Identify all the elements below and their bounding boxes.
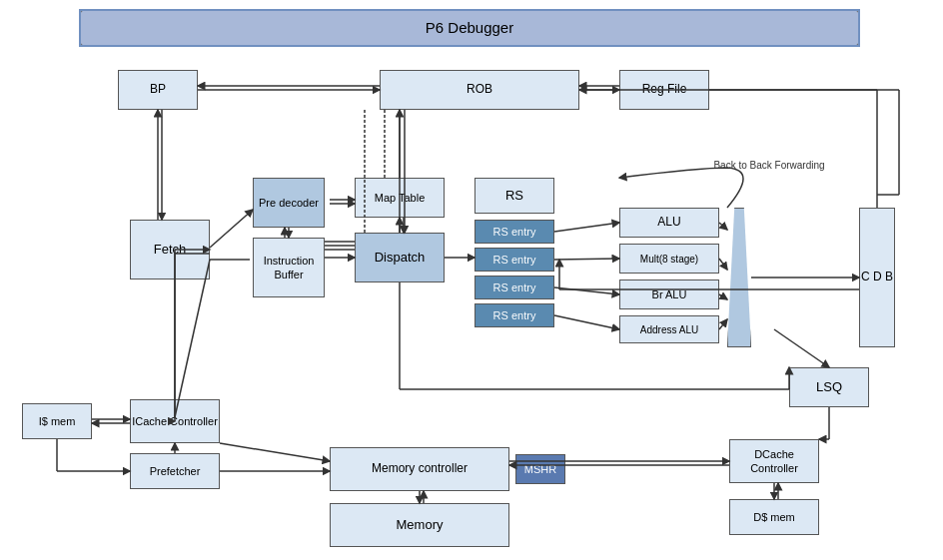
mult-block: Mult(8 stage) xyxy=(619,244,719,274)
svg-line-22 xyxy=(719,259,727,270)
rs-entry-1: RS entry xyxy=(474,220,554,244)
svg-line-23 xyxy=(719,294,727,299)
back-to-back-label: Back to Back Forwarding xyxy=(679,160,859,171)
svg-line-37 xyxy=(175,260,210,417)
mshr-block: MSHR xyxy=(515,454,565,484)
svg-line-8 xyxy=(210,210,253,248)
rs-entry-3: RS entry xyxy=(474,276,554,299)
pre-decoder-block: Pre decoder xyxy=(253,178,325,228)
svg-line-18 xyxy=(554,259,619,260)
icache-controller-block: ICache Controller xyxy=(130,399,220,443)
map-table-block: Map Table xyxy=(355,178,445,218)
dispatch-block: Dispatch xyxy=(355,233,445,282)
memory-block: Memory xyxy=(330,503,509,547)
svg-line-45 xyxy=(220,443,330,461)
bp-block: BP xyxy=(118,70,198,110)
dcache-controller-block: DCache Controller xyxy=(729,439,819,483)
prefetcher-block: Prefetcher xyxy=(130,453,220,489)
is-mem-block: I$ mem xyxy=(22,403,92,439)
instruction-buffer-block: Instruction Buffer xyxy=(253,238,325,297)
diagram-container: P6 Debugger BP ROB Reg File Pre decoder … xyxy=(0,0,943,560)
alu-block: ALU xyxy=(619,208,719,238)
svg-line-24 xyxy=(719,319,727,329)
address-alu-block: Address ALU xyxy=(619,315,719,343)
cdb-block: C D B xyxy=(859,208,895,347)
svg-line-17 xyxy=(554,223,619,232)
rs-entry-2: RS entry xyxy=(474,248,554,272)
lsq-block: LSQ xyxy=(789,367,869,407)
ds-mem-block: D$ mem xyxy=(729,499,819,535)
rs-block: RS xyxy=(474,178,554,214)
memory-controller-block: Memory controller xyxy=(330,447,509,491)
rs-entry-4: RS entry xyxy=(474,303,554,327)
rob-block: ROB xyxy=(380,70,579,110)
svg-line-30 xyxy=(774,329,829,367)
svg-line-19 xyxy=(554,287,619,294)
br-alu-block: Br ALU xyxy=(619,280,719,309)
execution-funnel xyxy=(727,208,751,347)
fetch-block: Fetch xyxy=(130,220,210,280)
p6-debugger-title: P6 Debugger xyxy=(80,10,859,46)
svg-line-21 xyxy=(719,223,727,230)
reg-file-block: Reg File xyxy=(619,70,709,110)
svg-line-20 xyxy=(554,315,619,329)
